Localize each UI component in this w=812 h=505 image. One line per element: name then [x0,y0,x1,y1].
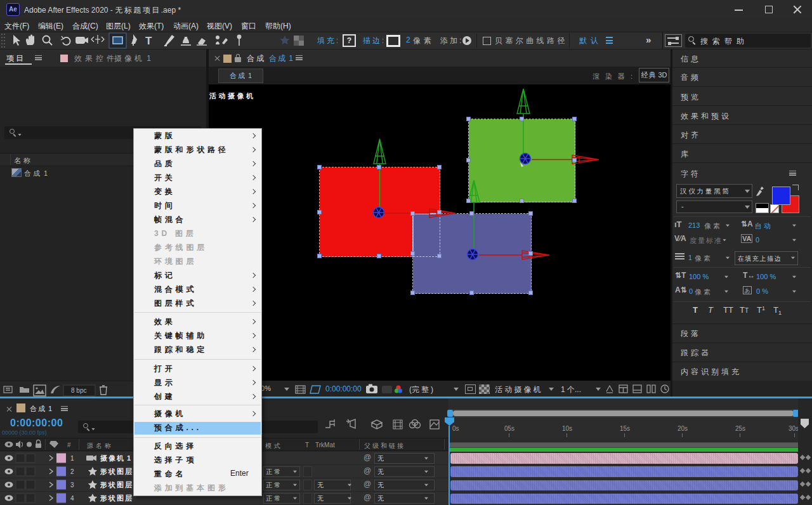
svg-text:2: 2 [70,468,74,475]
svg-text:T: T [145,35,152,47]
svg-text:8 bpc: 8 bpc [71,387,86,394]
svg-text:3: 3 [70,482,74,489]
svg-text:1: 1 [70,455,74,462]
svg-text:#: # [67,442,71,449]
svg-text:4: 4 [70,495,74,502]
